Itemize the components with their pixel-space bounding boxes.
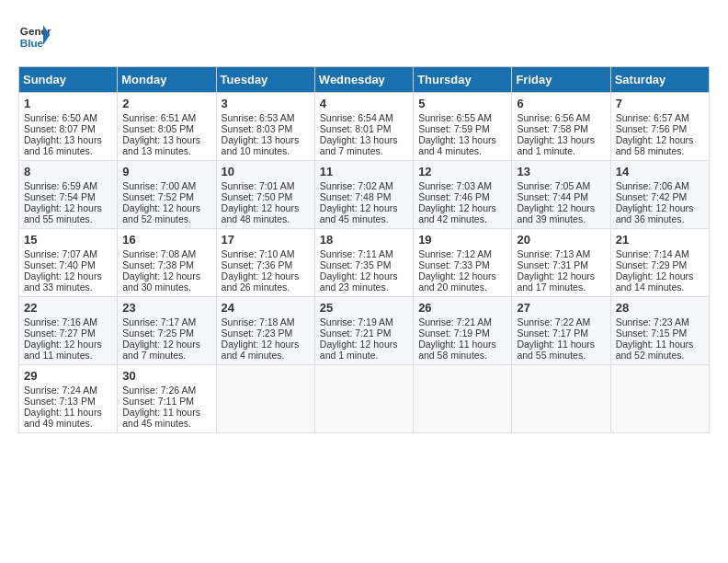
day-number: 13 (517, 165, 605, 178)
calendar-cell (512, 365, 610, 433)
calendar-cell: 27Sunrise: 7:22 AMSunset: 7:17 PMDayligh… (512, 297, 610, 365)
calendar-cell: 22Sunrise: 7:16 AMSunset: 7:27 PMDayligh… (19, 297, 118, 365)
calendar-cell: 3Sunrise: 6:53 AMSunset: 8:03 PMDaylight… (216, 93, 314, 161)
day-number: 14 (616, 165, 704, 178)
calendar-cell: 14Sunrise: 7:06 AMSunset: 7:42 PMDayligh… (610, 161, 709, 229)
day-number: 6 (517, 97, 605, 110)
page-header: General Blue (18, 18, 710, 52)
calendar-cell (414, 365, 512, 433)
day-number: 21 (616, 233, 704, 247)
calendar-cell: 18Sunrise: 7:11 AMSunset: 7:35 PMDayligh… (314, 229, 413, 297)
day-number: 9 (122, 165, 210, 178)
day-number: 26 (418, 301, 506, 315)
day-number: 17 (222, 233, 310, 247)
svg-text:Blue: Blue (20, 37, 44, 49)
calendar-cell: 26Sunrise: 7:21 AMSunset: 7:19 PMDayligh… (414, 297, 512, 365)
calendar-cell: 30Sunrise: 7:26 AMSunset: 7:11 PMDayligh… (118, 365, 216, 433)
calendar-cell: 10Sunrise: 7:01 AMSunset: 7:50 PMDayligh… (216, 161, 314, 229)
calendar-week-4: 22Sunrise: 7:16 AMSunset: 7:27 PMDayligh… (19, 297, 710, 365)
calendar-week-2: 8Sunrise: 6:59 AMSunset: 7:54 PMDaylight… (19, 161, 710, 229)
calendar-cell: 20Sunrise: 7:13 AMSunset: 7:31 PMDayligh… (512, 229, 610, 297)
calendar-cell: 7Sunrise: 6:57 AMSunset: 7:56 PMDaylight… (610, 93, 709, 161)
day-number: 16 (122, 233, 210, 247)
day-number: 3 (222, 97, 310, 110)
day-number: 8 (24, 165, 112, 178)
calendar-cell (314, 365, 413, 433)
day-number: 7 (616, 97, 704, 110)
day-number: 11 (320, 165, 408, 178)
calendar-cell (610, 365, 709, 433)
day-number: 25 (320, 301, 408, 315)
calendar-cell: 8Sunrise: 6:59 AMSunset: 7:54 PMDaylight… (19, 161, 118, 229)
day-number: 24 (222, 301, 310, 315)
calendar-cell: 13Sunrise: 7:05 AMSunset: 7:44 PMDayligh… (512, 161, 610, 229)
day-number: 23 (122, 301, 210, 315)
weekday-header: Saturday (610, 67, 709, 93)
calendar-cell: 15Sunrise: 7:07 AMSunset: 7:40 PMDayligh… (19, 229, 118, 297)
weekday-header-row: SundayMondayTuesdayWednesdayThursdayFrid… (19, 67, 710, 93)
day-number: 19 (418, 233, 506, 247)
calendar-cell: 2Sunrise: 6:51 AMSunset: 8:05 PMDaylight… (118, 93, 216, 161)
calendar-cell: 21Sunrise: 7:14 AMSunset: 7:29 PMDayligh… (610, 229, 709, 297)
day-number: 10 (222, 165, 310, 178)
calendar-week-1: 1Sunrise: 6:50 AMSunset: 8:07 PMDaylight… (19, 93, 710, 161)
calendar-week-5: 29Sunrise: 7:24 AMSunset: 7:13 PMDayligh… (19, 365, 710, 433)
day-number: 5 (418, 97, 506, 110)
day-number: 28 (616, 301, 704, 315)
calendar-cell: 25Sunrise: 7:19 AMSunset: 7:21 PMDayligh… (314, 297, 413, 365)
weekday-header: Wednesday (314, 67, 413, 93)
day-number: 29 (24, 369, 112, 383)
calendar-cell: 5Sunrise: 6:55 AMSunset: 7:59 PMDaylight… (414, 93, 512, 161)
calendar-cell: 19Sunrise: 7:12 AMSunset: 7:33 PMDayligh… (414, 229, 512, 297)
calendar-cell: 9Sunrise: 7:00 AMSunset: 7:52 PMDaylight… (118, 161, 216, 229)
logo-icon: General Blue (18, 18, 51, 52)
day-number: 22 (24, 301, 112, 315)
calendar-cell: 1Sunrise: 6:50 AMSunset: 8:07 PMDaylight… (19, 93, 118, 161)
day-number: 30 (122, 369, 210, 383)
day-number: 2 (122, 97, 210, 110)
weekday-header: Tuesday (216, 67, 314, 93)
day-number: 20 (517, 233, 605, 247)
day-number: 15 (24, 233, 112, 247)
calendar-cell: 11Sunrise: 7:02 AMSunset: 7:48 PMDayligh… (314, 161, 413, 229)
calendar-cell: 4Sunrise: 6:54 AMSunset: 8:01 PMDaylight… (314, 93, 413, 161)
logo: General Blue (18, 18, 51, 52)
calendar-cell: 6Sunrise: 6:56 AMSunset: 7:58 PMDaylight… (512, 93, 610, 161)
day-number: 27 (517, 301, 605, 315)
weekday-header: Thursday (414, 67, 512, 93)
calendar-cell: 28Sunrise: 7:23 AMSunset: 7:15 PMDayligh… (610, 297, 709, 365)
weekday-header: Monday (118, 67, 216, 93)
calendar-cell: 12Sunrise: 7:03 AMSunset: 7:46 PMDayligh… (414, 161, 512, 229)
day-number: 18 (320, 233, 408, 247)
calendar-table: SundayMondayTuesdayWednesdayThursdayFrid… (18, 66, 710, 433)
weekday-header: Sunday (19, 67, 118, 93)
calendar-cell: 29Sunrise: 7:24 AMSunset: 7:13 PMDayligh… (19, 365, 118, 433)
calendar-week-3: 15Sunrise: 7:07 AMSunset: 7:40 PMDayligh… (19, 229, 710, 297)
day-number: 1 (24, 97, 112, 110)
calendar-cell: 17Sunrise: 7:10 AMSunset: 7:36 PMDayligh… (216, 229, 314, 297)
day-number: 12 (418, 165, 506, 178)
weekday-header: Friday (512, 67, 610, 93)
calendar-cell: 23Sunrise: 7:17 AMSunset: 7:25 PMDayligh… (118, 297, 216, 365)
calendar-cell: 16Sunrise: 7:08 AMSunset: 7:38 PMDayligh… (118, 229, 216, 297)
day-number: 4 (320, 97, 408, 110)
calendar-cell: 24Sunrise: 7:18 AMSunset: 7:23 PMDayligh… (216, 297, 314, 365)
calendar-cell (216, 365, 314, 433)
